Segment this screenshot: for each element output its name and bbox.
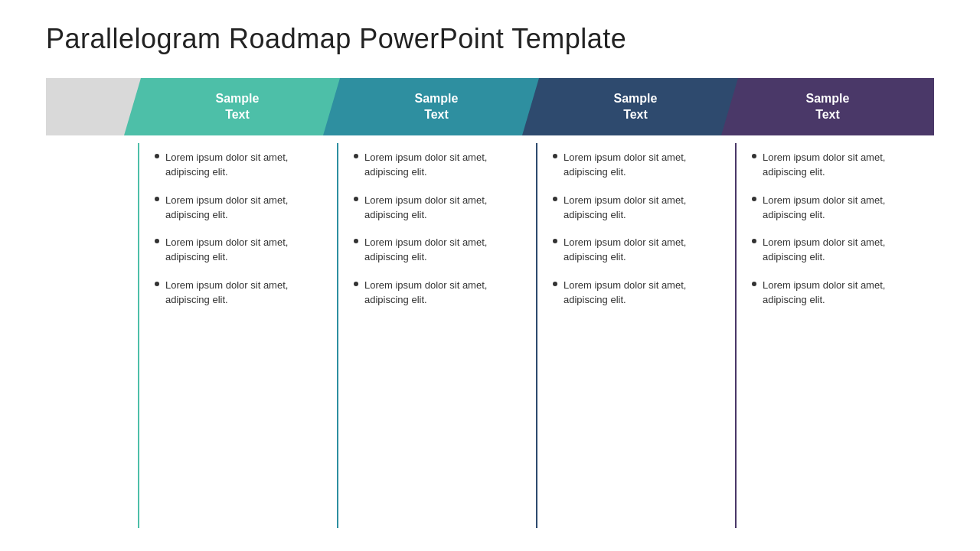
bullet-dot bbox=[553, 154, 557, 158]
list-item: Lorem ipsum dolor sit amet, adipiscing e… bbox=[354, 279, 524, 308]
bullet-text: Lorem ipsum dolor sit amet, adipiscing e… bbox=[763, 279, 923, 308]
bullet-dot bbox=[155, 197, 159, 201]
list-item: Lorem ipsum dolor sit amet, adipiscing e… bbox=[155, 151, 325, 180]
bullet-text: Lorem ipsum dolor sit amet, adipiscing e… bbox=[364, 151, 524, 180]
parallelogram-3: Sample Text bbox=[522, 78, 749, 135]
bullet-dot bbox=[553, 282, 557, 286]
header-col-3: Sample Text bbox=[536, 78, 735, 135]
bullet-dot bbox=[752, 239, 756, 243]
bullet-dot bbox=[155, 154, 159, 158]
header-row: Sample Text Sample Text Sample bbox=[46, 78, 934, 135]
parallelogram-1: Sample Text bbox=[124, 78, 351, 135]
bullet-dot bbox=[752, 154, 756, 158]
header-col-1: Sample Text bbox=[138, 78, 337, 135]
bullet-list-2: Lorem ipsum dolor sit amet, adipiscing e… bbox=[354, 151, 524, 308]
header-text-1: Sample Text bbox=[216, 91, 260, 123]
bullet-text: Lorem ipsum dolor sit amet, adipiscing e… bbox=[165, 194, 325, 223]
header-spacer bbox=[46, 78, 138, 135]
list-item: Lorem ipsum dolor sit amet, adipiscing e… bbox=[354, 236, 524, 265]
parallelogram-2: Sample Text bbox=[323, 78, 550, 135]
list-item: Lorem ipsum dolor sit amet, adipiscing e… bbox=[752, 279, 923, 308]
header-text-3: Sample Text bbox=[614, 91, 658, 123]
bullet-text: Lorem ipsum dolor sit amet, adipiscing e… bbox=[165, 151, 325, 180]
list-item: Lorem ipsum dolor sit amet, adipiscing e… bbox=[553, 279, 724, 308]
list-item: Lorem ipsum dolor sit amet, adipiscing e… bbox=[354, 151, 524, 180]
parallelogram-4: Sample Text bbox=[721, 78, 934, 135]
content-col-1: Lorem ipsum dolor sit amet, adipiscing e… bbox=[138, 143, 337, 528]
bullet-text: Lorem ipsum dolor sit amet, adipiscing e… bbox=[364, 279, 524, 308]
list-item: Lorem ipsum dolor sit amet, adipiscing e… bbox=[155, 279, 325, 308]
bullet-text: Lorem ipsum dolor sit amet, adipiscing e… bbox=[564, 151, 724, 180]
bullet-dot bbox=[354, 154, 358, 158]
content-spacer bbox=[46, 143, 138, 528]
header-text-4: Sample Text bbox=[806, 91, 850, 123]
list-item: Lorem ipsum dolor sit amet, adipiscing e… bbox=[752, 236, 923, 265]
header-col-4: Sample Text bbox=[735, 78, 934, 135]
bullet-list-4: Lorem ipsum dolor sit amet, adipiscing e… bbox=[752, 151, 923, 308]
page-title: Parallelogram Roadmap PowerPoint Templat… bbox=[46, 23, 934, 55]
header-text-2: Sample Text bbox=[415, 91, 459, 123]
list-item: Lorem ipsum dolor sit amet, adipiscing e… bbox=[553, 236, 724, 265]
bullet-text: Lorem ipsum dolor sit amet, adipiscing e… bbox=[364, 194, 524, 223]
header-col-2: Sample Text bbox=[337, 78, 536, 135]
bullet-dot bbox=[155, 239, 159, 243]
bullet-dot bbox=[155, 282, 159, 286]
bullet-text: Lorem ipsum dolor sit amet, adipiscing e… bbox=[364, 236, 524, 265]
page: Parallelogram Roadmap PowerPoint Templat… bbox=[0, 0, 980, 551]
list-item: Lorem ipsum dolor sit amet, adipiscing e… bbox=[553, 194, 724, 223]
bullet-dot bbox=[354, 197, 358, 201]
content-row: Lorem ipsum dolor sit amet, adipiscing e… bbox=[46, 135, 934, 528]
bullet-dot bbox=[354, 239, 358, 243]
bullet-dot bbox=[553, 239, 557, 243]
content-col-3: Lorem ipsum dolor sit amet, adipiscing e… bbox=[536, 143, 735, 528]
bullet-dot bbox=[553, 197, 557, 201]
list-item: Lorem ipsum dolor sit amet, adipiscing e… bbox=[155, 194, 325, 223]
list-item: Lorem ipsum dolor sit amet, adipiscing e… bbox=[752, 151, 923, 180]
bullet-text: Lorem ipsum dolor sit amet, adipiscing e… bbox=[564, 194, 724, 223]
bullet-dot bbox=[752, 282, 756, 286]
bullet-text: Lorem ipsum dolor sit amet, adipiscing e… bbox=[763, 236, 923, 265]
bullet-list-3: Lorem ipsum dolor sit amet, adipiscing e… bbox=[553, 151, 724, 308]
bullet-text: Lorem ipsum dolor sit amet, adipiscing e… bbox=[564, 279, 724, 308]
bullet-dot bbox=[752, 197, 756, 201]
content-col-2: Lorem ipsum dolor sit amet, adipiscing e… bbox=[337, 143, 536, 528]
list-item: Lorem ipsum dolor sit amet, adipiscing e… bbox=[155, 236, 325, 265]
bullet-dot bbox=[354, 282, 358, 286]
bullet-list-1: Lorem ipsum dolor sit amet, adipiscing e… bbox=[155, 151, 325, 308]
bullet-text: Lorem ipsum dolor sit amet, adipiscing e… bbox=[763, 194, 923, 223]
bullet-text: Lorem ipsum dolor sit amet, adipiscing e… bbox=[165, 279, 325, 308]
roadmap-container: Sample Text Sample Text Sample bbox=[46, 78, 934, 528]
bullet-text: Lorem ipsum dolor sit amet, adipiscing e… bbox=[165, 236, 325, 265]
list-item: Lorem ipsum dolor sit amet, adipiscing e… bbox=[354, 194, 524, 223]
bullet-text: Lorem ipsum dolor sit amet, adipiscing e… bbox=[763, 151, 923, 180]
bullet-text: Lorem ipsum dolor sit amet, adipiscing e… bbox=[564, 236, 724, 265]
list-item: Lorem ipsum dolor sit amet, adipiscing e… bbox=[752, 194, 923, 223]
list-item: Lorem ipsum dolor sit amet, adipiscing e… bbox=[553, 151, 724, 180]
content-col-4: Lorem ipsum dolor sit amet, adipiscing e… bbox=[735, 143, 934, 528]
